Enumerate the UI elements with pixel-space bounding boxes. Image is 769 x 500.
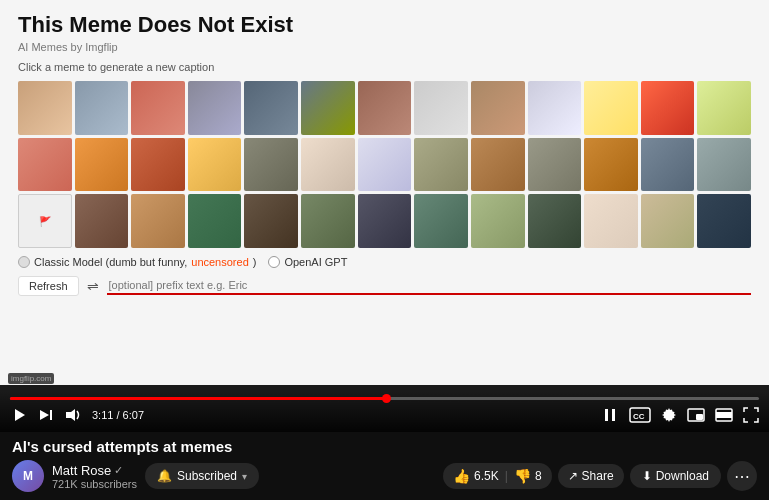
pause-mini-button[interactable] [601, 406, 619, 424]
play-button[interactable] [10, 406, 28, 424]
video-player: This Meme Does Not Exist AI Memes by Img… [0, 0, 769, 432]
video-controls-bar: 3:11 / 6:07 CC [0, 391, 769, 432]
meme-thumb-30[interactable] [188, 194, 242, 248]
meme-thumb-33[interactable] [358, 194, 412, 248]
webpage-title: This Meme Does Not Exist [18, 12, 751, 38]
progress-bar-fill [10, 397, 387, 400]
meme-thumb-38[interactable] [641, 194, 695, 248]
openai-model-label: OpenAI GPT [284, 256, 347, 268]
subscriber-count: 721K subscribers [52, 478, 137, 490]
video-info-bar: Al's cursed attempts at memes M Matt Ros… [0, 432, 769, 492]
meme-thumb-15[interactable] [75, 138, 129, 192]
meme-thumb-21[interactable] [414, 138, 468, 192]
meme-thumb-9[interactable] [471, 81, 525, 135]
share-icon: ↗ [568, 469, 578, 483]
meme-thumb-24[interactable] [584, 138, 638, 192]
meme-thumb-31[interactable] [244, 194, 298, 248]
svg-rect-2 [50, 410, 52, 420]
meme-thumb-25[interactable] [641, 138, 695, 192]
volume-button[interactable] [64, 406, 82, 424]
svg-text:CC: CC [633, 412, 645, 421]
fullscreen-button[interactable] [743, 407, 759, 423]
like-icon: 👍 [453, 468, 470, 484]
meme-thumb-36[interactable] [528, 194, 582, 248]
video-title: Al's cursed attempts at memes [12, 438, 757, 455]
classic-model-option[interactable]: Classic Model (dumb but funny, uncensore… [18, 256, 256, 268]
meme-thumb-32[interactable] [301, 194, 355, 248]
meme-thumb-4[interactable] [188, 81, 242, 135]
channel-name: Matt Rose ✓ [52, 463, 137, 478]
meme-thumb-13[interactable] [697, 81, 751, 135]
openai-model-radio[interactable] [268, 256, 280, 268]
bell-icon: 🔔 [157, 469, 172, 483]
meme-thumb-27[interactable] [18, 194, 72, 248]
meme-thumb-17[interactable] [188, 138, 242, 192]
meme-thumb-35[interactable] [471, 194, 525, 248]
classic-model-label: Classic Model (dumb but funny, [34, 256, 187, 268]
meme-controls-row: Refresh ⇌ [18, 276, 751, 296]
download-button[interactable]: ⬇ Download [630, 464, 721, 488]
meme-thumb-22[interactable] [471, 138, 525, 192]
webpage-instruction: Click a meme to generate a new caption [18, 61, 751, 73]
svg-marker-1 [40, 410, 49, 420]
controls-right: CC [601, 406, 759, 424]
channel-info: Matt Rose ✓ 721K subscribers [52, 463, 137, 490]
webpage-subtitle: AI Memes by Imgflip [18, 41, 751, 53]
meme-thumb-10[interactable] [528, 81, 582, 135]
more-options-button[interactable]: ⋯ [727, 461, 757, 491]
dislike-icon: 👎 [514, 468, 531, 484]
svg-marker-0 [15, 409, 25, 421]
theater-button[interactable] [715, 408, 733, 422]
webpage-embed: This Meme Does Not Exist AI Memes by Img… [0, 0, 769, 385]
meme-thumb-16[interactable] [131, 138, 185, 192]
miniplayer-button[interactable] [687, 408, 705, 422]
shuffle-icon[interactable]: ⇌ [87, 278, 99, 294]
meme-thumb-37[interactable] [584, 194, 638, 248]
meme-thumb-18[interactable] [244, 138, 298, 192]
meme-thumb-19[interactable] [301, 138, 355, 192]
progress-bar[interactable] [10, 397, 759, 400]
meme-thumb-14[interactable] [18, 138, 72, 192]
meme-thumb-23[interactable] [528, 138, 582, 192]
meme-thumb-1[interactable] [18, 81, 72, 135]
meme-thumb-26[interactable] [697, 138, 751, 192]
imgflip-badge: imgflip.com [8, 373, 54, 384]
like-button[interactable]: 👍 6.5K | 👎 8 [443, 463, 552, 489]
action-buttons: 👍 6.5K | 👎 8 ↗ Share ⬇ Download ⋯ [443, 461, 757, 491]
svg-rect-4 [605, 409, 608, 421]
meme-thumb-34[interactable] [414, 194, 468, 248]
refresh-button[interactable]: Refresh [18, 276, 79, 296]
model-selection-row: Classic Model (dumb but funny, uncensore… [18, 256, 751, 268]
settings-button[interactable] [661, 407, 677, 423]
more-icon: ⋯ [734, 467, 750, 486]
meme-thumb-28[interactable] [75, 194, 129, 248]
classic-model-radio[interactable] [18, 256, 30, 268]
meme-thumb-2[interactable] [75, 81, 129, 135]
meme-thumb-29[interactable] [131, 194, 185, 248]
verified-icon: ✓ [114, 464, 123, 477]
svg-rect-12 [716, 412, 732, 418]
meme-thumb-11[interactable] [584, 81, 638, 135]
prefix-input[interactable] [107, 277, 751, 295]
svg-rect-5 [612, 409, 615, 421]
meme-thumb-5[interactable] [244, 81, 298, 135]
openai-model-option[interactable]: OpenAI GPT [268, 256, 347, 268]
channel-avatar[interactable]: M [12, 460, 44, 492]
meme-thumb-39[interactable] [697, 194, 751, 248]
meme-thumb-8[interactable] [414, 81, 468, 135]
time-display: 3:11 / 6:07 [92, 409, 144, 421]
meme-thumb-3[interactable] [131, 81, 185, 135]
meme-thumb-12[interactable] [641, 81, 695, 135]
download-icon: ⬇ [642, 469, 652, 483]
meme-thumb-6[interactable] [301, 81, 355, 135]
controls-bottom: 3:11 / 6:07 CC [10, 406, 759, 424]
meme-grid [18, 81, 751, 248]
svg-marker-3 [66, 409, 75, 421]
captions-button[interactable]: CC [629, 407, 651, 423]
meme-thumb-7[interactable] [358, 81, 412, 135]
next-button[interactable] [38, 407, 54, 423]
uncensored-label: uncensored [191, 256, 249, 268]
meme-thumb-20[interactable] [358, 138, 412, 192]
share-button[interactable]: ↗ Share [558, 464, 624, 488]
subscribed-button[interactable]: 🔔 Subscribed ▾ [145, 463, 259, 489]
